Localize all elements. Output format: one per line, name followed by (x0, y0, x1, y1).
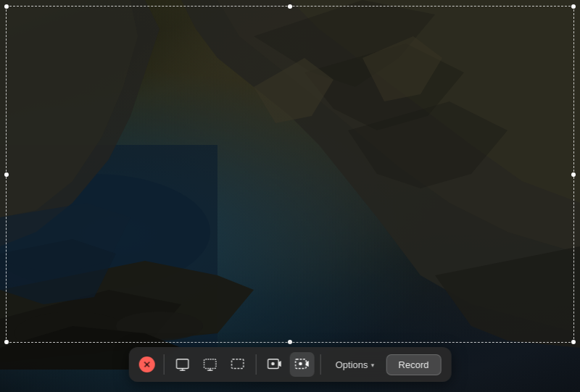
toolbar-divider-1 (164, 354, 165, 375)
capture-window-outlined-button[interactable] (198, 352, 223, 377)
cliff-svg (0, 0, 580, 392)
svg-point-12 (271, 362, 275, 366)
record-selection-button[interactable] (290, 352, 315, 377)
wallpaper-background (0, 0, 580, 392)
screenshot-toolbar: Options ▾ Record (129, 347, 452, 382)
options-chevron-icon: ▾ (370, 362, 374, 369)
svg-rect-4 (176, 359, 188, 369)
capture-window-button[interactable] (170, 352, 195, 377)
svg-point-14 (299, 362, 302, 366)
record-button[interactable]: Record (386, 354, 441, 375)
capture-selection-button[interactable] (225, 352, 250, 377)
toolbar-divider-3 (320, 354, 321, 375)
close-button[interactable] (139, 356, 155, 372)
options-button[interactable]: Options ▾ (327, 355, 384, 375)
record-screen-button[interactable] (262, 352, 287, 377)
options-label: Options (336, 359, 368, 370)
toolbar-divider-2 (256, 354, 257, 375)
record-label: Record (398, 359, 428, 370)
svg-rect-7 (204, 359, 215, 369)
svg-rect-10 (231, 359, 243, 369)
